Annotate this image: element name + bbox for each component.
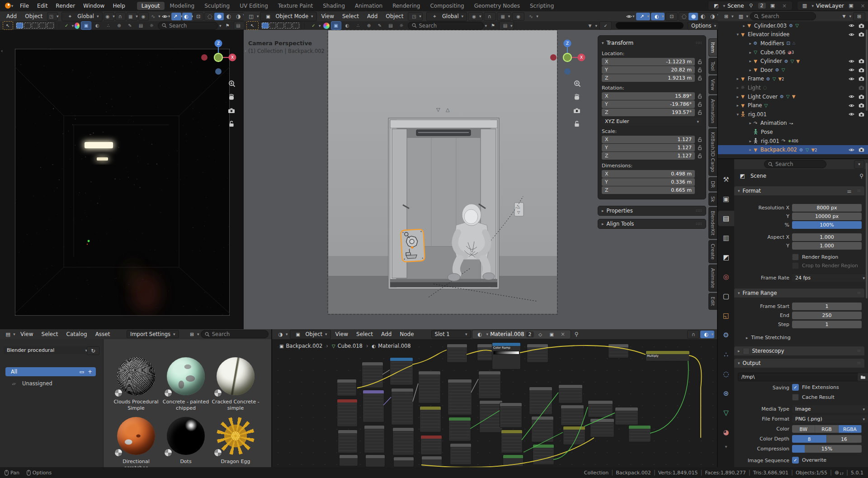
search-input[interactable]: Search — [764, 160, 826, 168]
select-file-format[interactable]: PNG (.png)▾ — [792, 415, 868, 423]
snap-toggle[interactable]: ∩ — [115, 12, 126, 21]
blender-logo-icon[interactable]: ▾ — [3, 2, 15, 9]
editor-type-dropdown[interactable]: ◑▾ — [275, 331, 289, 338]
catalog-all[interactable]: All▭+ — [5, 367, 96, 376]
sidebar-tab-edit[interactable]: Edit — [708, 293, 717, 309]
panel-grip[interactable]: ∷ — [858, 291, 861, 295]
hide-viewport-toggle[interactable] — [849, 85, 854, 90]
checkbox-crop-to-render-region[interactable] — [792, 262, 799, 269]
mode-restrict-dropdown[interactable]: ◳▾ — [47, 12, 58, 21]
selectability-dropdown[interactable]: ▾ — [161, 13, 170, 20]
subpanel-time-stretching[interactable]: ▸Time Stretching — [746, 335, 791, 341]
network-indicator[interactable]: ⊕17 — [835, 469, 844, 476]
outliner-row-backpack-002[interactable]: ▸▼Backpack.002⚙▽▼2 — [718, 145, 868, 154]
snap-target-dropdown[interactable]: ▦▾ — [497, 12, 512, 21]
number-field[interactable]: 1.000 — [792, 233, 862, 241]
scene-selector[interactable]: ◩▾Scene⚲2▣× — [708, 1, 792, 10]
menu-asset[interactable]: Asset — [92, 331, 114, 338]
menu-object[interactable]: Object — [382, 13, 407, 20]
center-viewport[interactable]: ▽ △ — [244, 30, 717, 329]
gradient-sphere-icon[interactable] — [75, 23, 80, 29]
panel-grip[interactable]: ∷ — [858, 349, 861, 353]
lock-open-icon[interactable] — [698, 76, 702, 80]
pin-icon[interactable]: ⚲ — [572, 331, 581, 338]
sidebar-tab-animation[interactable]: Animation — [708, 95, 717, 127]
tool-icon-0[interactable]: ▣ — [331, 21, 341, 30]
sidebar-tab-view[interactable]: View — [708, 76, 717, 94]
segment-16[interactable]: 16 — [827, 435, 862, 443]
tool-icon-5[interactable]: ▤ — [136, 22, 146, 29]
asset-card-cracked[interactable]: Cracked Concrete - simple — [211, 357, 260, 395]
menu-view[interactable]: View — [332, 331, 352, 338]
refresh-button[interactable]: ↻ — [87, 346, 99, 355]
workspace-tab-modeling[interactable]: Modeling — [165, 2, 199, 10]
disable-render-toggle[interactable] — [859, 59, 864, 63]
workspace-tab-sculpting[interactable]: Sculpting — [200, 2, 234, 10]
asset-card-clouds[interactable]: Clouds Procedural Simple — [111, 357, 161, 395]
menu-view[interactable]: View — [17, 331, 37, 338]
tool-icon-3[interactable]: ⊕ — [114, 22, 124, 29]
proportional-edit-toggle[interactable]: ◉ — [138, 12, 149, 21]
transform-field-y[interactable]: Y0.336 m — [602, 178, 695, 186]
shading-material-icon[interactable]: ◐ — [224, 13, 233, 20]
proportional-edit-toggle[interactable]: ◉ — [512, 12, 524, 21]
select-media-type[interactable]: Image▾ — [792, 405, 868, 413]
mode-restrict-dropdown[interactable]: ◳▾ — [408, 12, 423, 21]
asset-card-dots[interactable]: Dots — [161, 417, 211, 455]
select-box-mode-4[interactable] — [47, 23, 54, 28]
tool-icon-6[interactable]: ☼ — [147, 22, 156, 29]
proportional-falloff-dropdown[interactable]: ∿▾ — [150, 13, 160, 20]
rotation-mode-dropdown[interactable]: XYZ Euler▾ — [602, 118, 702, 125]
outliner-filter-dropdown[interactable]: ▼▾ — [838, 13, 852, 20]
outliner-row-plane[interactable]: ▸▼Plane▽ — [718, 101, 868, 110]
outliner-row-modifiers[interactable]: ▸⚙Modifiers⊡∴ — [718, 39, 868, 48]
editor-type-dropdown[interactable]: ▤▾ — [3, 331, 16, 338]
bookmark-icon[interactable]: ⚑ — [488, 22, 498, 29]
menu-add[interactable]: Add — [377, 331, 395, 338]
tool-icon-0[interactable]: ▣ — [81, 21, 91, 30]
tool-icon-1[interactable]: ◐ — [93, 22, 102, 29]
annotate-dropdown[interactable]: ✓▾ — [308, 22, 322, 29]
transform-field-x[interactable]: X1.127 — [602, 136, 695, 143]
options-dropdown[interactable]: Options▾ — [688, 22, 720, 30]
outliner-row-rig-001[interactable]: ▾rig.001 — [718, 110, 868, 119]
number-field[interactable]: 1 — [792, 303, 862, 310]
panel-grip[interactable]: ∷ — [858, 361, 861, 365]
outliner-row-pose[interactable]: Pose — [718, 128, 868, 137]
outliner-row-elevator-insidee[interactable]: ▾▼Elevator insidee — [718, 30, 868, 39]
select-box-mode-3[interactable] — [39, 23, 46, 28]
outliner-row-light[interactable]: ▸☼Light◌ — [718, 83, 868, 92]
select-box-mode-0[interactable] — [16, 23, 23, 28]
asset-card-mars[interactable]: Directional scratches — [111, 417, 161, 455]
workspace-tab-shading[interactable]: Shading — [318, 2, 349, 10]
menu-node[interactable]: Node — [396, 331, 417, 338]
presets-icon[interactable]: ⚌ — [847, 188, 851, 194]
disable-render-toggle[interactable] — [859, 32, 864, 37]
number-field[interactable]: 10000 px — [792, 213, 862, 220]
disable-render-toggle[interactable] — [859, 103, 864, 108]
annotate-dropdown[interactable]: ✓▾ — [62, 22, 73, 29]
menu-add[interactable]: Add — [3, 13, 20, 20]
select-box-mode-1[interactable] — [269, 23, 276, 28]
new-collection-button[interactable]: ⊞ — [853, 12, 865, 21]
workspace-tab-scripting[interactable]: Scripting — [525, 2, 558, 10]
menu-edit[interactable]: Edit — [33, 2, 51, 9]
snap-toggle[interactable]: ∩ — [484, 12, 496, 21]
expand-arrow[interactable]: ▸ — [718, 24, 745, 28]
library-dropdown[interactable]: Blender procedural▾ — [4, 346, 90, 354]
xray-toggle[interactable]: ⊡ — [665, 12, 678, 21]
segment-8[interactable]: 8 — [792, 435, 827, 443]
collapsed-panel-align-tools[interactable]: ▸Align Tools∷∷ — [598, 219, 706, 229]
list-dropdown[interactable]: ▤▾ — [499, 21, 514, 30]
left-viewport[interactable]: ‹ — [0, 30, 243, 329]
gizmo-toggle[interactable]: ↗▾ — [171, 13, 181, 20]
disable-render-toggle[interactable] — [859, 85, 864, 90]
outliner-row-animation[interactable]: ▸↷Animation↝ — [718, 119, 868, 128]
new-material-icon[interactable]: ▣ — [547, 331, 557, 338]
workspace-tab-rendering[interactable]: Rendering — [388, 2, 425, 10]
number-field[interactable]: 250 — [792, 312, 862, 319]
select-box-mode-4[interactable] — [292, 23, 299, 28]
pivot-dropdown[interactable]: ◉▾ — [104, 12, 114, 21]
transform-field-y[interactable]: Y-19.786° — [602, 100, 695, 108]
expand-arrow[interactable]: ▸ — [718, 41, 751, 46]
